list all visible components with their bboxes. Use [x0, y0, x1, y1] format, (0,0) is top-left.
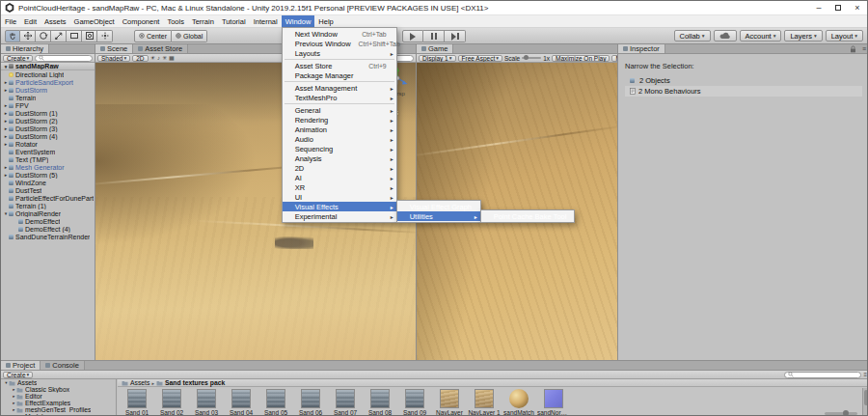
menubar-item-gameobject[interactable]: GameObject: [70, 15, 119, 27]
lighting-toggle-icon[interactable]: ☀: [150, 55, 155, 62]
menu-item-previous-window[interactable]: Previous WindowCtrl+Shift+Tab: [283, 39, 396, 48]
effects-toggle-icon[interactable]: ✳: [162, 55, 167, 62]
asset-grid-scrollbar[interactable]: [862, 388, 868, 416]
asset-item[interactable]: Sand 04: [225, 388, 258, 416]
hierarchy-item-particleeffectfordune[interactable]: ParticleEffectForDunePart: [1, 194, 95, 202]
collab-dropdown[interactable]: Collab▾: [674, 30, 711, 42]
menubar-item-assets[interactable]: Assets: [41, 15, 70, 27]
custom-tool-button[interactable]: [97, 30, 113, 42]
shading-mode-dropdown[interactable]: Shaded▾: [97, 55, 130, 62]
menu-item-audio[interactable]: Audio▸: [283, 134, 396, 144]
move-tool-button[interactable]: [20, 30, 36, 42]
hierarchy-item-duststorm-4[interactable]: ▸DustStorm (4): [1, 132, 95, 140]
asset-item[interactable]: Sand 08: [364, 388, 396, 416]
menu-item-ai[interactable]: AI▸: [283, 173, 396, 182]
menubar-item-component[interactable]: Component: [119, 15, 164, 27]
tab-inspector[interactable]: Inspector: [618, 44, 665, 53]
display-dropdown[interactable]: Display 1▾: [419, 55, 456, 62]
tab-asset-store[interactable]: Asset Store: [133, 44, 188, 53]
menu-item-utilities[interactable]: Utilities ▸ Point Cache Bake Tool: [397, 211, 480, 221]
hierarchy-item-sandduneterrainrender[interactable]: SandDuneTerrainRender: [1, 233, 95, 240]
tab-project[interactable]: Project: [1, 361, 41, 370]
maximize-button[interactable]: [828, 1, 848, 14]
inspector-menu-button[interactable]: ≡: [859, 44, 868, 53]
menu-item-asset-management[interactable]: Asset Management▸: [283, 83, 396, 93]
menu-item-ui[interactable]: UI▸: [283, 192, 396, 202]
layers-dropdown[interactable]: Layers▾: [784, 30, 822, 42]
cloud-button[interactable]: [714, 30, 737, 42]
tab-game[interactable]: Game: [417, 44, 453, 53]
tab-hierarchy[interactable]: Hierarchy: [1, 44, 49, 53]
project-menu-icon[interactable]: ≡: [863, 372, 867, 378]
pivot-mode-button[interactable]: Center: [134, 30, 172, 42]
hierarchy-item-duststorm[interactable]: ▸DustStorm: [1, 86, 95, 94]
tab-console[interactable]: Console: [41, 361, 85, 370]
scrollbar-thumb[interactable]: [864, 390, 868, 405]
menubar-item-internal[interactable]: Internal: [250, 15, 282, 27]
project-create-button[interactable]: Create▾: [3, 372, 33, 378]
orientation-mode-button[interactable]: Global: [172, 30, 207, 42]
hierarchy-item-dusttest[interactable]: DustTest: [1, 186, 95, 194]
mute-audio-toggle[interactable]: Mute Audio: [611, 55, 617, 62]
audio-toggle-icon[interactable]: ♪: [157, 55, 160, 62]
inspector-lock-button[interactable]: [847, 44, 859, 53]
hierarchy-item-originalrender[interactable]: ▾OriginalRender: [1, 209, 95, 217]
minimize-button[interactable]: –: [809, 1, 828, 14]
hierarchy-item-demoeffect-4[interactable]: DemoEffect (4): [1, 225, 95, 233]
menubar-item-window[interactable]: Window Next WindowCtrl+Tab Previous Wind…: [282, 15, 315, 27]
menu-item-animation[interactable]: Animation▸: [283, 125, 396, 134]
scale-slider-knob[interactable]: [524, 55, 529, 60]
scale-tool-button[interactable]: [51, 30, 67, 42]
menu-item-package-manager[interactable]: Package Manager: [283, 70, 396, 80]
asset-item[interactable]: NavLayer: [433, 388, 466, 416]
menu-item-visual-effects[interactable]: Visual Effects ▸ Visual Effect Graph Uti…: [283, 202, 396, 211]
menubar-item-tutorial[interactable]: Tutorial: [218, 15, 250, 27]
menu-item-2d[interactable]: 2D▸: [283, 163, 396, 173]
menubar-item-edit[interactable]: Edit: [20, 15, 41, 27]
selection-row-monobehaviours[interactable]: 2 Mono Behaviours: [625, 86, 862, 97]
scale-slider[interactable]: [522, 57, 541, 59]
asset-item[interactable]: Sand 01: [121, 388, 153, 416]
hierarchy-item-eventsystem[interactable]: EventSystem: [1, 148, 95, 155]
hierarchy-item-terrain-1[interactable]: Terrain (1): [1, 202, 95, 209]
breadcrumb-root[interactable]: Assets: [130, 379, 149, 386]
menu-item-xr[interactable]: XR▸: [283, 182, 396, 192]
step-button[interactable]: [445, 30, 466, 42]
selection-row-objects[interactable]: 2 Objects: [625, 75, 862, 86]
2d-toggle[interactable]: 2D: [132, 55, 148, 62]
asset-item[interactable]: Sand 05: [259, 388, 292, 416]
menu-item-sequencing[interactable]: Sequencing▸: [283, 144, 396, 153]
grid-toggle-icon[interactable]: ▦: [169, 55, 175, 62]
hierarchy-item-mesh-generator[interactable]: ▸Mesh Generator: [1, 163, 95, 171]
menubar-item-help[interactable]: Help: [314, 15, 337, 27]
asset-item[interactable]: Sand 09: [398, 388, 431, 416]
menu-item-general[interactable]: General▸: [283, 105, 396, 115]
asset-item[interactable]: Sand 03: [190, 388, 223, 416]
hierarchy-item-duststorm-5[interactable]: ▸DustStorm (5): [1, 171, 95, 179]
project-search-input[interactable]: [784, 372, 861, 378]
breadcrumb-current[interactable]: Sand textures pack: [165, 379, 225, 386]
hierarchy-item-duststorm-3[interactable]: ▸DustStorm (3): [1, 125, 95, 132]
thumbnail-size-slider[interactable]: [825, 412, 857, 415]
menu-item-asset-store[interactable]: Asset StoreCtrl+9: [283, 61, 396, 70]
menubar-item-file[interactable]: File: [1, 15, 20, 27]
asset-item[interactable]: sandMatch: [502, 388, 535, 416]
hierarchy-item-demoeffect[interactable]: DemoEffect: [1, 217, 95, 225]
account-dropdown[interactable]: Account▾: [740, 30, 782, 42]
hierarchy-item-particlesandexport[interactable]: ▸ParticleSandExport: [1, 78, 95, 86]
layout-dropdown[interactable]: Layout▾: [826, 30, 863, 42]
menu-item-analysis[interactable]: Analysis▸: [283, 153, 396, 163]
hierarchy-item-text-tmp[interactable]: Text (TMP): [1, 155, 95, 163]
project-folder-assets[interactable]: ▾Assets: [1, 379, 116, 386]
rotate-tool-button[interactable]: [36, 30, 51, 42]
project-folder[interactable]: ▸EffectExamples: [1, 400, 116, 406]
asset-item[interactable]: Sand 06: [294, 388, 327, 416]
close-button[interactable]: ×: [848, 1, 867, 14]
menu-item-textmeshpro[interactable]: TextMeshPro▸: [283, 93, 396, 102]
project-folder[interactable]: ▸Classic Skybox: [1, 386, 116, 393]
transform-tool-button[interactable]: [82, 30, 97, 42]
play-button[interactable]: [402, 30, 423, 42]
pause-button[interactable]: [423, 30, 445, 42]
hierarchy-scene-root[interactable]: ▾sandMapRaw: [1, 63, 95, 70]
hand-tool-button[interactable]: [5, 30, 20, 42]
